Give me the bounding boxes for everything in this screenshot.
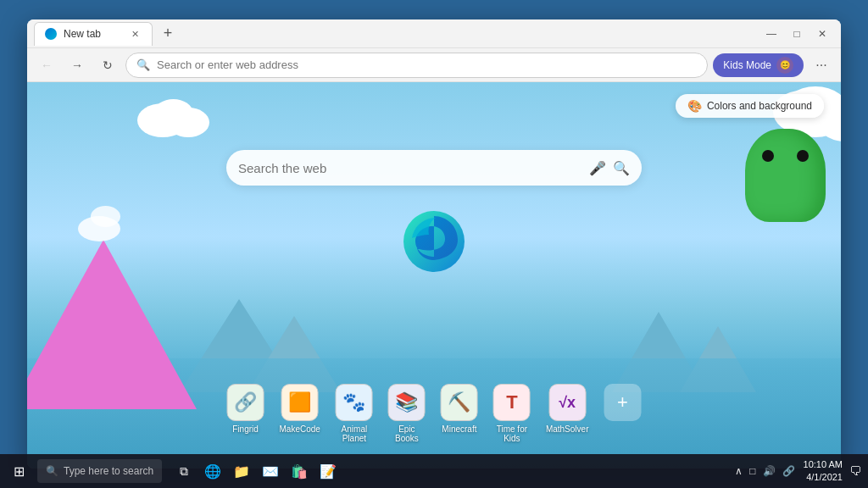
close-button[interactable]: ✕ bbox=[810, 22, 834, 46]
app-icon-mathsolver[interactable]: √x MathSolver bbox=[546, 384, 589, 434]
task-view-icon[interactable]: ⧉ bbox=[172, 459, 196, 483]
search-bar[interactable]: 🎤 🔍 bbox=[226, 150, 642, 186]
notepad-taskbar-icon[interactable]: 📝 bbox=[316, 459, 340, 483]
kids-mode-label: Kids Mode bbox=[723, 59, 771, 71]
search-icons: 🎤 🔍 bbox=[589, 160, 630, 176]
app-icons-grid: 🔗 Fingrid 🟧 MakeCode 🐾 Animal Planet bbox=[227, 384, 642, 443]
tab-favicon bbox=[45, 28, 57, 40]
palette-icon: 🎨 bbox=[687, 99, 702, 113]
store-taskbar-icon[interactable]: 🛍️ bbox=[287, 459, 311, 483]
maximize-button[interactable]: □ bbox=[785, 22, 809, 46]
app-icon-minecraft[interactable]: ⛏️ Minecraft bbox=[441, 384, 478, 434]
tab-title: New tab bbox=[64, 28, 101, 40]
microphone-icon[interactable]: 🎤 bbox=[589, 160, 606, 176]
address-bar[interactable]: 🔍 bbox=[125, 53, 708, 78]
colors-bg-label: Colors and background bbox=[707, 100, 812, 112]
clock-date: 4/1/2021 bbox=[804, 471, 843, 484]
tab-area: New tab ✕ + bbox=[34, 22, 749, 46]
system-tray: ∧ □ 🔊 🔗 bbox=[733, 463, 796, 479]
volcano-shape bbox=[27, 240, 197, 409]
mail-taskbar-icon[interactable]: ✉️ bbox=[259, 459, 282, 483]
title-bar: New tab ✕ + — □ ✕ bbox=[27, 19, 841, 48]
taskbar-search-text: Type here to search bbox=[64, 465, 153, 477]
minimize-button[interactable]: — bbox=[760, 22, 783, 46]
search-icon[interactable]: 🔍 bbox=[613, 160, 630, 176]
taskbar-search-icon: 🔍 bbox=[46, 465, 58, 477]
green-monster bbox=[745, 129, 826, 222]
time-for-kids-label: Time for Kids bbox=[493, 424, 531, 443]
app-icon-fingrid[interactable]: 🔗 Fingrid bbox=[227, 384, 264, 434]
clock-time: 10:10 AM bbox=[804, 458, 843, 471]
mathsolver-icon: √x bbox=[548, 384, 586, 421]
app-icon-time-for-kids[interactable]: T Time for Kids bbox=[493, 384, 531, 443]
makecode-label: MakeCode bbox=[280, 424, 320, 434]
epic-books-icon: 📚 bbox=[388, 384, 426, 421]
chevron-up-icon[interactable]: ∧ bbox=[733, 463, 744, 479]
taskbar-app-icons: ⧉ 🌐 📁 ✉️ 🛍️ 📝 bbox=[172, 459, 340, 483]
app-icon-makecode[interactable]: 🟧 MakeCode bbox=[280, 384, 320, 434]
taskbar-search[interactable]: 🔍 Type here to search bbox=[37, 459, 162, 483]
browser-window: New tab ✕ + — □ ✕ ← → ↻ 🔍 Kids Mode 😊 ··… bbox=[27, 19, 841, 469]
minecraft-icon: ⛏️ bbox=[441, 384, 478, 421]
window-controls: — □ ✕ bbox=[760, 22, 834, 46]
notification-icon[interactable]: 🗨 bbox=[849, 464, 861, 478]
browser-tab[interactable]: New tab ✕ bbox=[34, 22, 153, 46]
minecraft-label: Minecraft bbox=[442, 424, 476, 434]
page-content: 🎨 Colors and background 🎤 🔍 bbox=[27, 82, 841, 469]
explorer-taskbar-icon[interactable]: 📁 bbox=[230, 459, 253, 483]
app-icon-epic-books[interactable]: 📚 Epic Books bbox=[388, 384, 426, 443]
animal-planet-icon: 🐾 bbox=[336, 384, 373, 421]
taskbar-left: ⊞ 🔍 Type here to search ⧉ 🌐 📁 ✉️ 🛍️ 📝 bbox=[7, 459, 340, 483]
edge-taskbar-icon[interactable]: 🌐 bbox=[201, 459, 225, 483]
search-input[interactable] bbox=[238, 161, 582, 175]
app-icon-add[interactable]: + bbox=[604, 384, 641, 421]
kids-avatar: 😊 bbox=[776, 57, 793, 74]
fingrid-label: Fingrid bbox=[232, 424, 259, 434]
edge-logo bbox=[400, 208, 468, 275]
search-bar-container: 🎤 🔍 bbox=[226, 150, 642, 186]
tab-close-button[interactable]: ✕ bbox=[128, 27, 142, 41]
app-icon-animal-planet[interactable]: 🐾 Animal Planet bbox=[336, 384, 373, 443]
colors-background-button[interactable]: 🎨 Colors and background bbox=[676, 94, 824, 118]
menu-button[interactable]: ··· bbox=[809, 53, 834, 78]
kids-mode-button[interactable]: Kids Mode 😊 bbox=[713, 53, 804, 77]
time-for-kids-icon: T bbox=[493, 384, 531, 421]
battery-icon[interactable]: □ bbox=[748, 463, 757, 479]
windows-icon: ⊞ bbox=[14, 463, 25, 480]
refresh-button[interactable]: ↻ bbox=[95, 53, 120, 78]
fingrid-icon: 🔗 bbox=[227, 384, 264, 421]
mathsolver-label: MathSolver bbox=[546, 424, 589, 434]
back-button[interactable]: ← bbox=[34, 53, 59, 78]
address-input[interactable] bbox=[157, 58, 697, 71]
forward-button[interactable]: → bbox=[64, 53, 90, 78]
taskbar-right: ∧ □ 🔊 🔗 10:10 AM 4/1/2021 🗨 bbox=[733, 458, 861, 485]
kids-background: 🎨 Colors and background 🎤 🔍 bbox=[27, 82, 841, 469]
taskbar: ⊞ 🔍 Type here to search ⧉ 🌐 📁 ✉️ 🛍️ 📝 bbox=[0, 454, 868, 488]
system-clock[interactable]: 10:10 AM 4/1/2021 bbox=[804, 458, 843, 485]
epic-books-label: Epic Books bbox=[388, 424, 426, 443]
animal-planet-label: Animal Planet bbox=[336, 424, 373, 443]
volcano-smoke2 bbox=[91, 206, 120, 227]
navigation-bar: ← → ↻ 🔍 Kids Mode 😊 ··· bbox=[27, 48, 841, 82]
makecode-icon: 🟧 bbox=[281, 384, 319, 421]
volume-icon[interactable]: 🔊 bbox=[761, 463, 777, 479]
network-icon[interactable]: 🔗 bbox=[781, 463, 797, 479]
start-button[interactable]: ⊞ bbox=[7, 459, 31, 483]
add-icon-button[interactable]: + bbox=[604, 384, 641, 421]
search-icon: 🔍 bbox=[136, 58, 150, 71]
new-tab-button[interactable]: + bbox=[156, 22, 180, 46]
